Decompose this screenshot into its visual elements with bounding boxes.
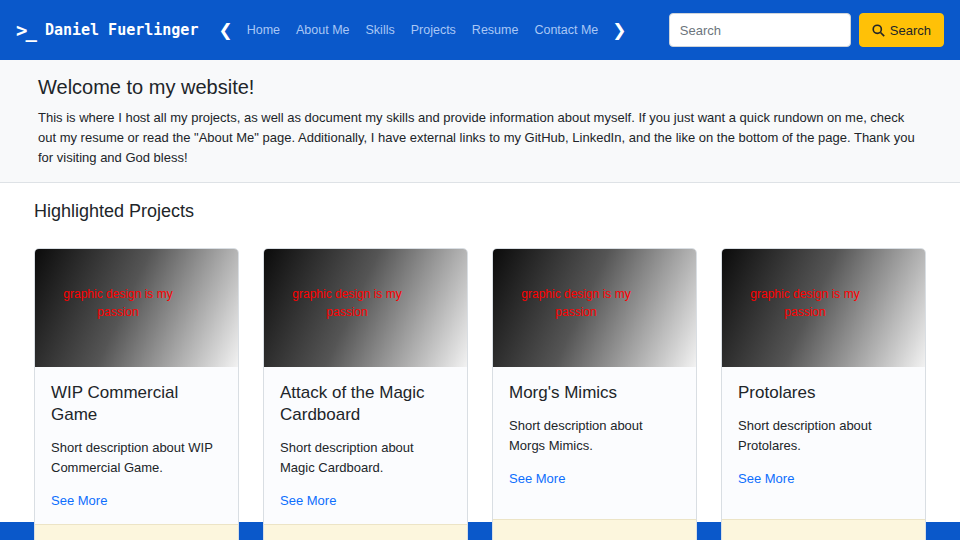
search-icon (872, 24, 885, 37)
main-nav: Home About Me Skills Projects Resume Con… (239, 23, 607, 37)
project-card-image: graphic design is my passion (722, 249, 925, 367)
project-card-title: Morg's Mimics (509, 382, 680, 404)
project-cards-row: graphic design is my passion WIP Commerc… (34, 248, 926, 540)
project-card-image-text: graphic design is my passion (515, 285, 637, 321)
search-button-label: Search (890, 23, 931, 38)
welcome-body: This is where I host all my projects, as… (38, 108, 922, 168)
project-card-image-text: graphic design is my passion (286, 285, 408, 321)
project-card-title: Attack of the Magic Cardboard (280, 382, 451, 426)
chevron-left-icon[interactable]: ❮ (212, 20, 238, 41)
project-card-body: Attack of the Magic Cardboard Short desc… (264, 367, 467, 524)
see-more-link[interactable]: See More (509, 471, 565, 486)
projects-heading: Highlighted Projects (34, 201, 926, 222)
project-card: graphic design is my passion Morg's Mimi… (492, 248, 697, 540)
project-card-footer (493, 519, 696, 540)
see-more-link[interactable]: See More (280, 493, 336, 508)
project-card: graphic design is my passion WIP Commerc… (34, 248, 239, 540)
project-card-image-text: graphic design is my passion (744, 285, 866, 321)
search-input[interactable] (669, 13, 851, 47)
nav-link-about-me[interactable]: About Me (296, 23, 350, 37)
project-card-image: graphic design is my passion (264, 249, 467, 367)
search-group: Search (669, 13, 944, 47)
project-card-image-text: graphic design is my passion (57, 285, 179, 321)
brand-name: Daniel Fuerlinger (45, 21, 199, 39)
nav-link-contact-me[interactable]: Contact Me (534, 23, 598, 37)
project-card-title: WIP Commercial Game (51, 382, 222, 426)
welcome-section: Welcome to my website! This is where I h… (0, 60, 960, 183)
chevron-right-icon[interactable]: ❯ (606, 20, 632, 41)
terminal-icon: >_ (16, 19, 35, 41)
project-card-footer (35, 524, 238, 540)
project-card: graphic design is my passion Protolares … (721, 248, 926, 540)
nav-link-home[interactable]: Home (247, 23, 280, 37)
project-card-body: Morg's Mimics Short description about Mo… (493, 367, 696, 519)
see-more-link[interactable]: See More (51, 493, 107, 508)
project-card-description: Short description about Protolares. (738, 416, 909, 455)
project-card-footer (264, 524, 467, 540)
project-card-description: Short description about Morgs Mimics. (509, 416, 680, 455)
project-card-body: WIP Commercial Game Short description ab… (35, 367, 238, 524)
brand-link[interactable]: >_ Daniel Fuerlinger (16, 19, 198, 41)
nav-link-resume[interactable]: Resume (472, 23, 519, 37)
see-more-link[interactable]: See More (738, 471, 794, 486)
project-card-footer (722, 519, 925, 540)
project-card: graphic design is my passion Attack of t… (263, 248, 468, 540)
project-card-image: graphic design is my passion (35, 249, 238, 367)
project-card-image: graphic design is my passion (493, 249, 696, 367)
navbar: >_ Daniel Fuerlinger ❮ Home About Me Ski… (0, 0, 960, 60)
highlighted-projects-section: Highlighted Projects graphic design is m… (0, 183, 960, 522)
nav-link-skills[interactable]: Skills (366, 23, 395, 37)
project-card-description: Short description about WIP Commercial G… (51, 438, 222, 477)
nav-link-projects[interactable]: Projects (411, 23, 456, 37)
search-button[interactable]: Search (859, 13, 944, 47)
project-card-body: Protolares Short description about Proto… (722, 367, 925, 519)
project-card-title: Protolares (738, 382, 909, 404)
project-card-description: Short description about Magic Cardboard. (280, 438, 451, 477)
welcome-title: Welcome to my website! (38, 76, 922, 99)
